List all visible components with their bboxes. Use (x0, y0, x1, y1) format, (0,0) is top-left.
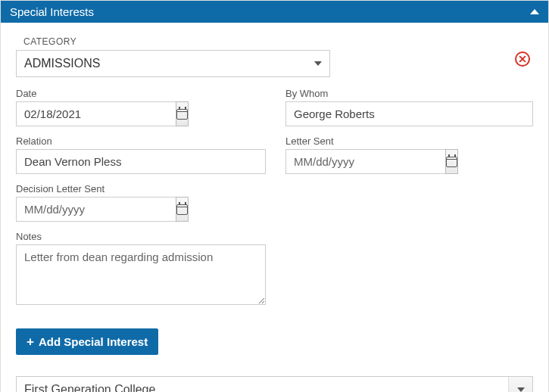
category-dropdown-button[interactable] (306, 50, 330, 77)
plus-icon: + (27, 335, 34, 348)
calendar-icon (176, 204, 188, 215)
remove-icon[interactable] (515, 51, 530, 67)
notes-field: Notes (16, 231, 266, 307)
remove-wrap (515, 51, 530, 67)
date-label: Date (16, 88, 266, 99)
special-interests-panel: Special Interests CATEGORY ADMISSIONS Da… (0, 0, 549, 392)
bottom-dropdown-button[interactable] (508, 377, 532, 392)
chevron-down-icon (314, 61, 322, 66)
chevron-down-icon (517, 387, 525, 392)
category-select[interactable]: ADMISSIONS (16, 50, 330, 77)
date-group (16, 101, 145, 126)
add-special-interest-button[interactable]: + Add Special Interest (16, 328, 158, 355)
lettersent-group (285, 149, 414, 174)
calendar-icon (446, 157, 457, 167)
relation-input[interactable] (16, 149, 266, 174)
date-input[interactable] (16, 101, 176, 126)
lettersent-picker-button[interactable] (445, 149, 458, 174)
panel-title: Special Interests (10, 5, 94, 18)
bywhom-label: By Whom (285, 88, 533, 99)
decisionletter-label: Decision Letter Sent (16, 183, 266, 194)
decisionletter-field: Decision Letter Sent (16, 183, 266, 222)
category-row: ADMISSIONS (16, 50, 533, 77)
relation-field: Relation (16, 135, 266, 174)
decisionletter-group (16, 197, 145, 222)
notes-textarea[interactable] (16, 244, 266, 305)
add-button-label: Add Special Interest (39, 335, 148, 348)
fields-grid: Date By Whom Relation Letter Sent (16, 88, 533, 307)
lettersent-label: Letter Sent (285, 135, 533, 147)
bottom-select-value: First Generation College (17, 377, 532, 392)
bywhom-input[interactable] (285, 101, 533, 126)
panel-header[interactable]: Special Interests (1, 1, 548, 23)
lettersent-input[interactable] (285, 149, 445, 174)
panel-body: CATEGORY ADMISSIONS Date (1, 23, 548, 392)
decisionletter-picker-button[interactable] (176, 197, 189, 222)
relation-label: Relation (16, 135, 266, 147)
category-value: ADMISSIONS (16, 50, 330, 77)
date-picker-button[interactable] (176, 101, 189, 126)
calendar-icon (176, 109, 188, 120)
lettersent-field: Letter Sent (285, 135, 533, 174)
category-label: CATEGORY (23, 36, 533, 47)
notes-label: Notes (16, 231, 266, 242)
bottom-select[interactable]: First Generation College (16, 376, 533, 392)
decisionletter-input[interactable] (16, 197, 176, 222)
collapse-caret-icon (530, 9, 539, 14)
bywhom-field: By Whom (285, 88, 533, 126)
date-field: Date (16, 88, 266, 126)
